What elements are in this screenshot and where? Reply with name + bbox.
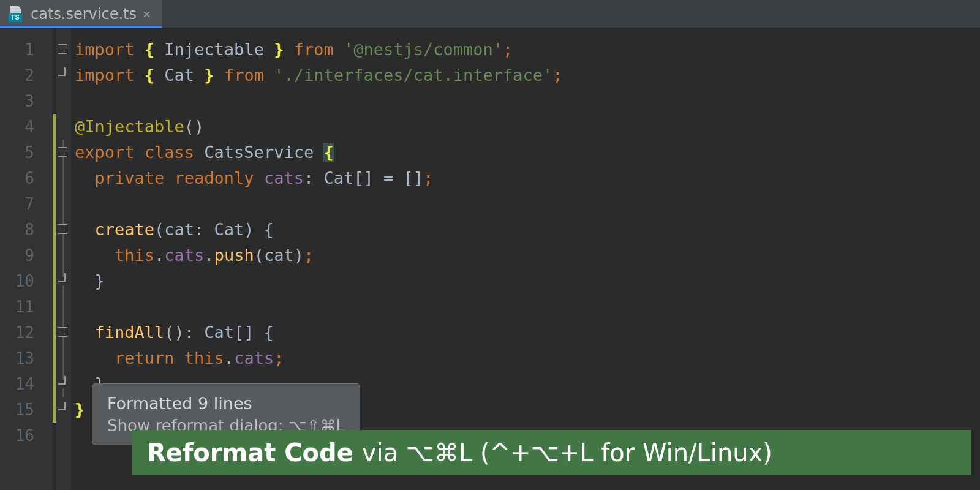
line-number: 15: [0, 397, 53, 423]
fold-end-icon[interactable]: [58, 277, 67, 285]
fold-collapse-icon[interactable]: –: [58, 327, 67, 337]
keymap-banner: Reformat Code via ⌥⌘L (^+⌥+L for Win/Lin…: [132, 430, 971, 475]
tab-bar: TS cats.service.ts ×: [0, 0, 980, 28]
line-number: 7: [0, 191, 53, 217]
line-number: 5: [0, 140, 53, 165]
line-number: 2: [0, 62, 53, 88]
line-number: 8: [0, 217, 53, 243]
fold-collapse-icon[interactable]: –: [58, 224, 67, 234]
line-number: 11: [0, 294, 53, 320]
code-line[interactable]: private readonly cats: Cat[] = [];: [71, 165, 980, 191]
close-icon[interactable]: ×: [143, 7, 151, 21]
line-number-gutter: 1 2 3 4 5 6 7 8 9 10 11 12 13 14 15 16: [0, 28, 53, 490]
fold-collapse-icon[interactable]: –: [58, 147, 67, 157]
line-number: 16: [0, 423, 53, 448]
line-number: 1: [0, 37, 53, 62]
line-number: 13: [0, 345, 53, 371]
fold-end-icon[interactable]: [58, 380, 67, 388]
banner-action: Reformat Code: [147, 439, 353, 467]
fold-end-icon[interactable]: [58, 71, 67, 80]
line-number: 9: [0, 243, 53, 268]
code-line[interactable]: }: [71, 268, 980, 294]
line-number: 3: [0, 88, 53, 114]
line-number: 6: [0, 165, 53, 191]
line-number: 14: [0, 371, 53, 397]
editor-tab[interactable]: TS cats.service.ts ×: [0, 0, 162, 28]
tooltip-status: Formatted 9 lines: [107, 394, 345, 413]
code-line[interactable]: import { Injectable } from '@nestjs/comm…: [71, 37, 980, 62]
banner-shortcut: via ⌥⌘L (^+⌥+L for Win/Linux): [362, 439, 772, 467]
code-line[interactable]: return this.cats;: [71, 345, 980, 371]
line-number: 10: [0, 268, 53, 294]
code-line[interactable]: export class CatsService {: [71, 140, 980, 165]
code-line[interactable]: [71, 294, 980, 320]
fold-end-icon[interactable]: [58, 405, 67, 414]
code-line[interactable]: @Injectable(): [71, 114, 980, 140]
code-line[interactable]: [71, 191, 980, 217]
line-number: 12: [0, 320, 53, 345]
fold-collapse-icon[interactable]: –: [58, 44, 67, 54]
code-line[interactable]: import { Cat } from './interfaces/cat.in…: [71, 62, 980, 88]
fold-gutter: – – – –: [56, 28, 71, 490]
code-line[interactable]: create(cat: Cat) {: [71, 217, 980, 243]
code-line[interactable]: [71, 88, 980, 114]
line-number: 4: [0, 114, 53, 140]
code-line[interactable]: this.cats.push(cat);: [71, 243, 980, 268]
tab-filename: cats.service.ts: [31, 6, 137, 23]
code-line[interactable]: findAll(): Cat[] {: [71, 320, 980, 345]
typescript-file-icon: TS: [9, 6, 24, 22]
